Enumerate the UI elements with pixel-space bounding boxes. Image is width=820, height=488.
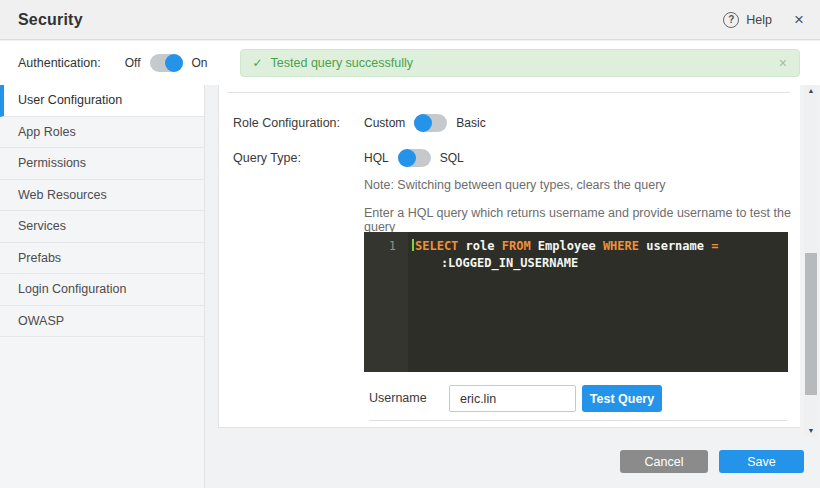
sidebar: User ConfigurationApp RolesPermissionsWe… [0, 85, 205, 488]
sidebar-item-app-roles[interactable]: App Roles [0, 117, 204, 149]
sidebar-item-owasp[interactable]: OWASP [0, 306, 204, 338]
username-input[interactable] [449, 385, 576, 412]
test-query-button[interactable]: Test Query [582, 385, 662, 412]
query-type-toggle[interactable] [398, 149, 431, 167]
editor-code-area: SELECT role FROM Employee WHERE username… [408, 232, 788, 372]
text-cursor [412, 239, 414, 251]
sidebar-item-prefabs[interactable]: Prefabs [0, 243, 204, 275]
query-code-editor[interactable]: 1 SELECT role FROM Employee WHERE userna… [364, 232, 788, 372]
page-title: Security [18, 11, 83, 29]
close-icon[interactable]: × [794, 12, 804, 28]
sidebar-item-permissions[interactable]: Permissions [0, 148, 204, 180]
scroll-up-icon[interactable]: ▲ [804, 85, 818, 97]
content-panel: Role Configuration: Custom Basic Query T… [218, 85, 800, 428]
toggle-knob [398, 149, 416, 167]
sidebar-item-user-configuration[interactable]: User Configuration [0, 85, 204, 117]
role-configuration-row: Custom Basic [364, 113, 486, 133]
editor-gutter: 1 [364, 232, 408, 372]
sidebar-item-services[interactable]: Services [0, 211, 204, 243]
code-line: :LOGGED_IN_USERNAME [412, 255, 780, 272]
query-switch-note: Note: Switching between query types, cle… [364, 178, 666, 192]
success-banner: ✓ Tested query successfully × [240, 49, 800, 77]
hql-label: HQL [364, 151, 389, 165]
line-number: 1 [364, 238, 396, 255]
query-type-label: Query Type: [233, 151, 301, 165]
help-button[interactable]: ? Help [723, 12, 772, 28]
sidebar-list: User ConfigurationApp RolesPermissionsWe… [0, 85, 204, 337]
security-dialog: Security ? Help × Authentication: Off On… [0, 0, 820, 488]
code-line: SELECT role FROM Employee WHERE username… [412, 238, 780, 255]
authentication-label: Authentication: [18, 56, 101, 70]
banner-close-icon[interactable]: × [779, 55, 787, 71]
footer-divider [369, 420, 787, 421]
scroll-down-icon[interactable]: ▼ [804, 425, 818, 437]
authentication-bar: Authentication: Off On ✓ Tested query su… [0, 41, 820, 85]
query-type-row: HQL SQL [364, 148, 464, 168]
query-hint-text: Enter a HQL query which returns username… [364, 206, 800, 234]
toggle-knob [414, 114, 432, 132]
sidebar-item-login-configuration[interactable]: Login Configuration [0, 274, 204, 306]
sidebar-item-web-resources[interactable]: Web Resources [0, 180, 204, 212]
auth-on-label: On [192, 56, 208, 70]
sql-label: SQL [440, 151, 464, 165]
scrollbar-thumb[interactable] [805, 253, 817, 395]
role-configuration-toggle[interactable] [414, 114, 447, 132]
dialog-titlebar: Security ? Help × [0, 0, 820, 40]
authentication-toggle[interactable] [150, 54, 183, 72]
success-message: Tested query successfully [271, 56, 779, 70]
check-icon: ✓ [253, 56, 263, 70]
vertical-scrollbar[interactable]: ▲ ▼ [804, 85, 818, 437]
save-button[interactable]: Save [719, 450, 804, 473]
auth-off-label: Off [125, 56, 141, 70]
cancel-button[interactable]: Cancel [620, 450, 708, 473]
basic-label: Basic [456, 116, 485, 130]
help-icon: ? [723, 12, 739, 28]
role-configuration-label: Role Configuration: [233, 116, 340, 130]
username-label: Username [369, 385, 427, 412]
custom-label: Custom [364, 116, 405, 130]
help-label: Help [746, 13, 772, 27]
section-divider [227, 92, 790, 93]
toggle-knob [165, 54, 183, 72]
